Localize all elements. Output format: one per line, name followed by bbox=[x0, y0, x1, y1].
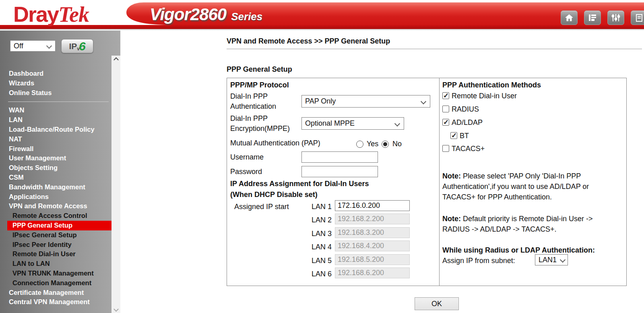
assign-ip-from-subnet-label: Assign IP from subnet: bbox=[442, 256, 515, 266]
radius-label: RADIUS bbox=[452, 104, 479, 114]
sidebar-item-load-balance-route-policy[interactable]: Load-Balance/Route Policy bbox=[0, 125, 111, 135]
lan5-label: LAN 5 bbox=[303, 256, 332, 266]
mutual-auth-yes-label: Yes bbox=[367, 139, 378, 149]
remote-dial-in-user-checkbox[interactable] bbox=[442, 92, 449, 99]
note2-text: Default priority is Remote Dial-in User … bbox=[442, 215, 593, 233]
radius-checkbox[interactable] bbox=[442, 106, 449, 112]
sidebar-item-vpn-trunk-management[interactable]: VPN TRUNK Management bbox=[0, 269, 111, 278]
remote-dial-in-user-label: Remote Dial-in User bbox=[452, 91, 517, 101]
sidebar-item-lan-to-lan[interactable]: LAN to LAN bbox=[0, 259, 111, 269]
dial-in-ppp-encryption-label: Dial-In PPP Encryption(MPPE) bbox=[230, 114, 303, 134]
lan3-ip-field bbox=[335, 227, 410, 238]
chevron-down-icon bbox=[421, 98, 426, 104]
breadcrumb: VPN and Remote Access >> PPP General Set… bbox=[227, 37, 390, 46]
model-title: Vigor2860 Series bbox=[150, 5, 262, 24]
username-field[interactable] bbox=[301, 151, 378, 163]
chevron-down-icon bbox=[46, 43, 52, 49]
sidebar-item-ppp-general-setup[interactable]: PPP General Setup bbox=[7, 221, 111, 230]
mutual-authentication-label: Mutual Authentication (PAP) bbox=[230, 138, 320, 148]
sidebar-item-wan[interactable]: WAN bbox=[0, 106, 111, 115]
dial-in-ppp-authentication-value: PAP Only bbox=[305, 97, 336, 106]
sidebar-item-dashboard[interactable]: Dashboard bbox=[0, 69, 111, 79]
lan2-label: LAN 2 bbox=[303, 215, 332, 225]
sidebar-item-applications[interactable]: Applications bbox=[0, 192, 111, 202]
header-banner: DrayTek Vigor2860 Series bbox=[0, 0, 644, 31]
sliders-icon[interactable] bbox=[607, 10, 624, 25]
assign-ip-subnet-select[interactable]: LAN1 bbox=[535, 254, 568, 265]
sidebar-divider bbox=[8, 102, 109, 102]
dial-in-ppp-encryption-value: Optional MPPE bbox=[305, 119, 355, 128]
ipv6-mode-value: Off bbox=[14, 42, 23, 50]
note2-prefix: Note: bbox=[442, 215, 461, 223]
draytek-logo: DrayTek bbox=[13, 2, 89, 27]
setup-table: PPP/MP Protocol Dial-In PPP Authenticati… bbox=[227, 78, 627, 286]
sidebar-item-wizards[interactable]: Wizards bbox=[0, 79, 111, 88]
sidebar-item-firewall[interactable]: Firewall bbox=[0, 144, 111, 154]
lan1-label: LAN 1 bbox=[303, 202, 332, 212]
sidebar-item-lan[interactable]: LAN bbox=[0, 115, 111, 125]
assigned-ip-start-label: Assigned IP start bbox=[234, 202, 289, 212]
while-using-radius-header: While using Radius or LDAP Authenticatio… bbox=[442, 245, 595, 255]
ipv6-mode-select[interactable]: Off bbox=[10, 40, 56, 52]
lan4-label: LAN 4 bbox=[303, 242, 332, 252]
breadcrumb-rule bbox=[227, 49, 642, 49]
dial-in-ppp-authentication-select[interactable]: PAP Only bbox=[301, 95, 430, 108]
tacacs-checkbox[interactable] bbox=[442, 145, 449, 152]
model-name: Vigor2860 bbox=[150, 5, 226, 24]
scroll-down-icon[interactable] bbox=[111, 305, 120, 313]
ipv6-v-text: v bbox=[77, 46, 80, 52]
sidebar-scrollbar[interactable] bbox=[111, 56, 120, 313]
mutual-auth-no-label: No bbox=[392, 139, 402, 149]
ipv6-button[interactable]: IPv6 bbox=[61, 39, 93, 53]
lan6-label: LAN 6 bbox=[303, 269, 332, 279]
scroll-up-icon[interactable] bbox=[111, 56, 120, 64]
sidebar-item-connection-management[interactable]: Connection Management bbox=[0, 278, 111, 288]
banner-graphic bbox=[0, 0, 644, 31]
document-icon[interactable] bbox=[631, 10, 644, 25]
ad-ldap-checkbox[interactable] bbox=[442, 119, 449, 126]
sidebar-item-bandwidth-management[interactable]: Bandwidth Management bbox=[0, 182, 111, 192]
sidebar-item-ipsec-peer-identity[interactable]: IPsec Peer Identity bbox=[0, 240, 111, 250]
note-pap-only: Note: Please select 'PAP Only 'Dial-In P… bbox=[442, 171, 611, 202]
bt-checkbox[interactable] bbox=[450, 132, 457, 139]
logo-part1: Dray bbox=[13, 2, 58, 26]
mutual-auth-yes-radio[interactable] bbox=[356, 141, 363, 148]
sidebar-item-user-management[interactable]: User Management bbox=[0, 153, 111, 163]
sidebar-item-nat[interactable]: NAT bbox=[0, 135, 111, 144]
table-cell-divider bbox=[439, 78, 440, 286]
ad-ldap-label: AD/LDAP bbox=[452, 118, 483, 128]
sidebar-item-objects-setting[interactable]: Objects Setting bbox=[0, 163, 111, 173]
ip-assignment-header-line2: (When DHCP Disable set) bbox=[230, 190, 318, 200]
dial-in-ppp-encryption-select[interactable]: Optional MPPE bbox=[301, 117, 404, 130]
password-label: Password bbox=[230, 167, 262, 177]
password-field[interactable] bbox=[301, 166, 378, 177]
home-icon[interactable] bbox=[561, 10, 578, 25]
lan2-ip-field bbox=[335, 214, 410, 224]
mutual-auth-no-radio[interactable] bbox=[382, 141, 389, 148]
ppp-mp-protocol-header: PPP/MP Protocol bbox=[230, 80, 289, 90]
ok-button[interactable]: OK bbox=[415, 297, 459, 310]
logo-part2: Tek bbox=[58, 2, 89, 27]
sidebar-item-central-vpn-management[interactable]: Central VPN Management bbox=[0, 297, 111, 307]
sidebar-item-certificate-management[interactable]: Certificate Management bbox=[0, 288, 111, 298]
lan4-ip-field bbox=[335, 240, 410, 251]
lan1-ip-field[interactable] bbox=[335, 200, 410, 211]
sidebar-item-ipsec-general-setup[interactable]: IPsec General Setup bbox=[0, 230, 111, 240]
ipv6-digit-text: 6 bbox=[79, 40, 86, 52]
sidebar-item-remote-dial-in-user[interactable]: Remote Dial-in User bbox=[0, 249, 111, 259]
lan6-ip-field bbox=[335, 267, 410, 278]
sidebar-menu: Dashboard Wizards Online Status WAN LAN … bbox=[0, 69, 111, 307]
lan3-label: LAN 3 bbox=[303, 229, 332, 239]
lan5-ip-field bbox=[335, 254, 410, 265]
setup-panel-icon[interactable] bbox=[584, 10, 601, 25]
sidebar-item-online-status[interactable]: Online Status bbox=[0, 88, 111, 98]
model-series: Series bbox=[231, 10, 262, 23]
sidebar-item-remote-access-control[interactable]: Remote Access Control bbox=[0, 211, 111, 221]
sidebar-item-csm[interactable]: CSM bbox=[0, 173, 111, 182]
ip-assignment-header-line1: IP Address Assignment for Dial-In Users bbox=[230, 179, 369, 189]
assign-ip-subnet-value: LAN1 bbox=[539, 256, 557, 264]
header-toolbar bbox=[561, 10, 644, 25]
sidebar-item-vpn-and-remote-access[interactable]: VPN and Remote Access bbox=[0, 201, 111, 211]
ipv6-ip-text: IP bbox=[69, 41, 77, 51]
tacacs-label: TACACS+ bbox=[452, 144, 485, 154]
